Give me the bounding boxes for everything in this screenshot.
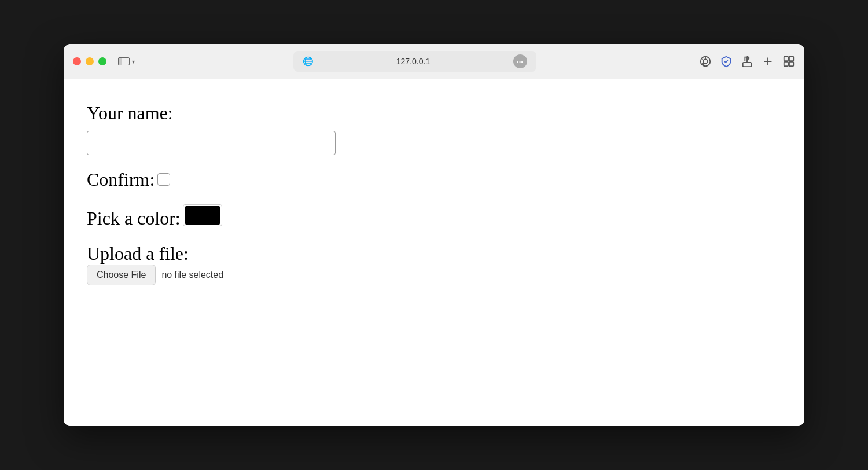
file-input-container: Choose File no file selected [87, 265, 781, 285]
color-section: Pick a color: [87, 204, 781, 229]
choose-file-button[interactable]: Choose File [87, 265, 156, 285]
browser-content: Your name: Confirm: Pick a color: Upload… [64, 79, 804, 426]
browser-window: ▾ 🌐 127.0.0.1 ··· [64, 44, 804, 426]
sidebar-toggle[interactable]: ▾ [118, 57, 135, 65]
shield-icon[interactable] [720, 55, 733, 68]
sidebar-icon [118, 57, 130, 65]
file-label: Upload a file: [87, 243, 189, 264]
svg-rect-9 [789, 57, 793, 61]
chevron-down-icon: ▾ [132, 58, 135, 65]
tabs-icon[interactable] [782, 55, 795, 68]
svg-rect-8 [784, 57, 788, 61]
more-button[interactable]: ··· [513, 54, 527, 68]
close-button[interactable] [73, 57, 81, 65]
svg-rect-11 [789, 62, 793, 66]
svg-point-3 [702, 62, 705, 65]
confirm-section: Confirm: [87, 169, 781, 190]
form: Your name: Confirm: Pick a color: Upload… [87, 102, 781, 299]
titlebar: ▾ 🌐 127.0.0.1 ··· [64, 44, 804, 79]
maximize-button[interactable] [98, 57, 106, 65]
browser-actions [699, 55, 795, 68]
globe-icon: 🌐 [303, 56, 314, 67]
file-section: Upload a file: Choose File no file selec… [87, 243, 781, 285]
privacy-icon[interactable] [699, 55, 712, 68]
minimize-button[interactable] [86, 57, 94, 65]
share-icon[interactable] [741, 55, 753, 68]
name-label: Your name: [87, 102, 781, 124]
svg-rect-10 [784, 62, 788, 66]
address-text: 127.0.0.1 [318, 57, 509, 66]
traffic-lights [73, 57, 106, 65]
file-status: no file selected [161, 270, 223, 280]
confirm-label: Confirm: [87, 169, 155, 190]
add-tab-icon[interactable] [762, 55, 774, 68]
name-input[interactable] [87, 131, 336, 155]
address-bar-container: 🌐 127.0.0.1 ··· [142, 51, 687, 72]
confirm-checkbox[interactable] [157, 173, 170, 186]
svg-rect-4 [743, 63, 752, 67]
color-picker[interactable] [183, 204, 222, 226]
address-bar[interactable]: 🌐 127.0.0.1 ··· [293, 51, 536, 72]
color-label: Pick a color: [87, 208, 181, 229]
